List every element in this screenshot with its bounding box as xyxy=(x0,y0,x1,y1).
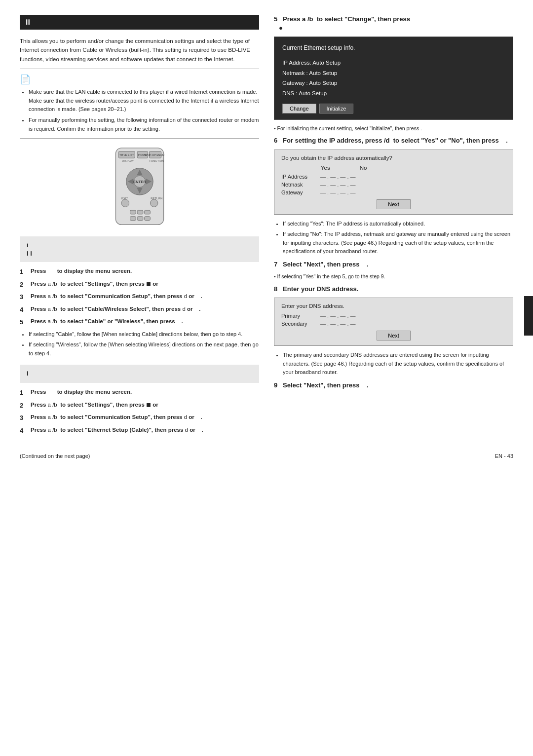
notes-list: Make sure that the LAN cable is connecte… xyxy=(20,88,259,133)
step6-notes: If selecting "Yes": The IP address is au… xyxy=(274,220,513,256)
when-cable-step-3: 3 Press a /b to select "Communication Se… xyxy=(20,413,259,423)
section-ii-label: ii xyxy=(26,18,30,26)
step-text-2: Press a /b to select "Settings", then pr… xyxy=(31,280,259,290)
note-item-2: For manually performing the setting, the… xyxy=(29,116,259,133)
cable-sub-bullet-1: If selecting "Cable", follow the [When s… xyxy=(29,330,259,339)
intro-text: This allows you to perform and/or change… xyxy=(20,37,259,64)
left-column: ii This allows you to perform and/or cha… xyxy=(20,15,259,438)
when-cable-section: i xyxy=(20,365,259,383)
step-num-3: 3 xyxy=(20,292,28,302)
cable-section-sublabel: i i xyxy=(27,250,252,257)
step8-note-1: The primary and secondary DNS addresses … xyxy=(283,351,513,377)
initialize-button[interactable]: Initialize xyxy=(319,104,354,113)
when-cable-step-4: 4 Press a /b to select "Ethernet Setup (… xyxy=(20,426,259,436)
step-num-1: 1 xyxy=(20,267,28,277)
wc-step-text-2: Press a /b to select "Settings", then pr… xyxy=(31,401,259,411)
step6-box: Do you obtain the IP address automatical… xyxy=(274,150,513,215)
step6-next-button[interactable]: Next xyxy=(377,199,411,209)
wc-step-num-2: 2 xyxy=(20,401,28,411)
yes-no-row: Yes No xyxy=(281,165,506,171)
step8-notes: The primary and secondary DNS addresses … xyxy=(274,351,513,377)
page-footer: (Continued on the next page) EN - 43 xyxy=(20,453,513,459)
step7-note: • If selecting "Yes" in the step 5, go t… xyxy=(274,273,513,281)
cable-sub-bullet-2: If selecting "Wireless", follow the [Whe… xyxy=(29,340,259,358)
step6-next-row: Next xyxy=(281,199,506,209)
ethernet-row-2: Netmask : Auto Setup xyxy=(282,68,505,78)
dns-next-row: Next xyxy=(281,331,506,340)
step6-note-1: If selecting "Yes": The IP address is au… xyxy=(283,220,513,228)
ip-address-label: IP Address xyxy=(281,174,318,180)
yes-label: Yes xyxy=(321,165,330,171)
change-button[interactable]: Change xyxy=(282,104,316,113)
gateway-row: Gateway — . — . — . — xyxy=(281,189,506,195)
ip-dashes: — . — . — . — xyxy=(320,174,356,180)
when-cable-label: i xyxy=(27,370,252,377)
svg-rect-21 xyxy=(137,210,143,214)
svg-text:FUNCTION: FUNCTION xyxy=(149,159,164,162)
page-number: EN - 43 xyxy=(495,453,513,459)
svg-text:ENTER: ENTER xyxy=(133,180,146,184)
section-ii-header: ii xyxy=(20,15,259,30)
svg-rect-25 xyxy=(144,217,150,221)
wc-step-num-1: 1 xyxy=(20,388,28,398)
cable-step-2: 2 Press a /b to select "Settings", then … xyxy=(20,280,259,290)
svg-point-19 xyxy=(150,199,158,207)
wc-step-text-1: Press to display the menu screen. xyxy=(31,388,259,398)
right-column: 5 Press a /b to select "Change", then pr… xyxy=(274,15,513,438)
svg-text:RETURN: RETURN xyxy=(151,197,162,200)
secondary-dashes: — . — . — . — xyxy=(320,321,356,327)
step-num-4: 4 xyxy=(20,305,28,315)
gateway-dashes: — . — . — . — xyxy=(320,189,356,195)
ip-address-row: IP Address — . — . — . — xyxy=(281,174,506,180)
cable-section-label: i xyxy=(27,241,252,249)
step5-note: • For initializing the current setting, … xyxy=(274,125,513,133)
ethernet-info-box: Current Ethernet setup info. IP Address:… xyxy=(274,37,513,119)
step-text-3: Press a /b to select "Communication Setu… xyxy=(31,292,259,302)
dns-next-button[interactable]: Next xyxy=(377,331,411,340)
svg-rect-20 xyxy=(130,210,136,214)
remote-diagram: TITLE LIST HOME POP-UP MENU DISPLAY FUNC… xyxy=(100,146,179,229)
divider-1 xyxy=(20,69,259,69)
step6-note-2: If selecting "No": The IP address, netma… xyxy=(283,230,513,256)
cable-sub-bullets: If selecting "Cable", follow the [When s… xyxy=(20,330,259,358)
secondary-label: Secondary xyxy=(281,321,318,327)
ethernet-row-4: DNS : Auto Setup xyxy=(282,88,505,99)
dns-box: Enter your DNS address. Primary — . — . … xyxy=(274,298,513,346)
ethernet-row-1: IP Address: Auto Setup xyxy=(282,58,505,68)
dns-box-title: Enter your DNS address. xyxy=(281,303,506,309)
step5-heading: 5 Press a /b to select "Change", then pr… xyxy=(274,15,513,33)
continued-text: (Continued on the next page) xyxy=(20,453,90,459)
cable-step-1: 1 Press to display the menu screen. xyxy=(20,267,259,277)
svg-text:DISPLAY: DISPLAY xyxy=(122,159,134,162)
primary-row: Primary — . — . — . — xyxy=(281,313,506,319)
divider-2 xyxy=(20,138,259,139)
svg-rect-24 xyxy=(137,217,143,221)
cable-wireless-section: i i i xyxy=(20,236,259,262)
primary-dashes: — . — . — . — xyxy=(320,313,356,319)
cable-step-4: 4 Press a /b to select "Cable/Wireless S… xyxy=(20,305,259,315)
cable-step-5: 5 Press a /b to select "Cable" or "Wirel… xyxy=(20,317,259,327)
ethernet-box-title: Current Ethernet setup info. xyxy=(282,43,505,54)
when-cable-steps-list: 1 Press to display the menu screen. 2 Pr… xyxy=(20,388,259,435)
when-cable-step-1: 1 Press to display the menu screen. xyxy=(20,388,259,398)
step-num-5: 5 xyxy=(20,317,28,327)
svg-text:POP-UP MENU: POP-UP MENU xyxy=(146,154,164,157)
secondary-row: Secondary — . — . — . — xyxy=(281,321,506,327)
ethernet-btn-group: Change Initialize xyxy=(282,104,505,113)
svg-point-18 xyxy=(121,199,129,207)
ethernet-row-3: Gateway : Auto Setup xyxy=(282,78,505,88)
cable-step-3: 3 Press a /b to select "Communication Se… xyxy=(20,292,259,302)
wc-step-num-3: 3 xyxy=(20,413,28,423)
netmask-row: Netmask — . — . — . — xyxy=(281,182,506,188)
netmask-dashes: — . — . — . — xyxy=(320,182,356,188)
step6-heading: 6 For setting the IP address, press /d t… xyxy=(274,136,513,145)
svg-rect-23 xyxy=(130,217,136,221)
gateway-label: Gateway xyxy=(281,189,318,195)
doc-icon: 📄 xyxy=(20,74,259,85)
svg-rect-22 xyxy=(144,210,150,214)
when-cable-step-2: 2 Press a /b to select "Settings", then … xyxy=(20,401,259,411)
no-label: No xyxy=(360,165,367,171)
netmask-label: Netmask xyxy=(281,182,318,188)
remote-diagram-area: TITLE LIST HOME POP-UP MENU DISPLAY FUNC… xyxy=(20,146,259,229)
sidebar-tab xyxy=(524,296,533,336)
